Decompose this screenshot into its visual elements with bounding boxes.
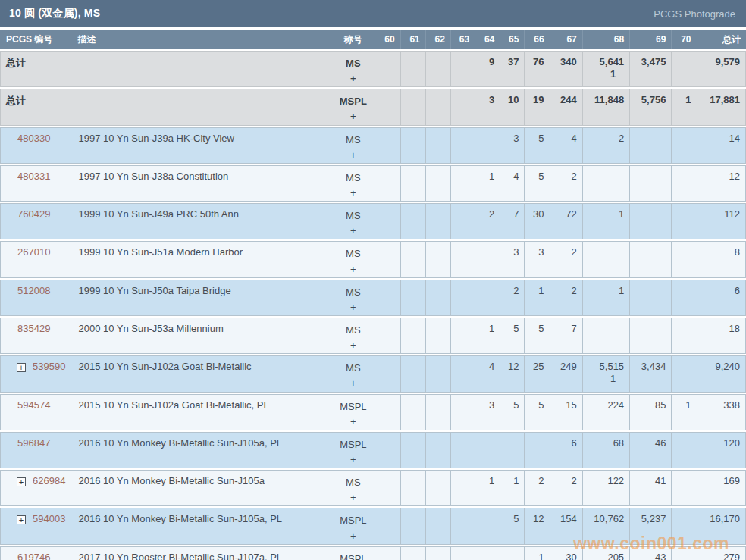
description-cell xyxy=(71,89,331,125)
pcgs-number-link[interactable]: 267010 xyxy=(17,246,50,258)
grade-66-cell: 5 xyxy=(525,127,550,164)
grade-66-cell: 25 xyxy=(525,355,550,392)
row-total-cell: 120 xyxy=(697,432,746,468)
description-cell: 2015 10 Yn Sun-J102a Goat Bi-Metallic xyxy=(71,355,331,392)
plus-grade-count: 1 xyxy=(583,67,624,82)
grade-70-cell: 1 xyxy=(672,394,697,430)
plus-grade-toggle[interactable]: + xyxy=(331,452,375,468)
header-row: PCGS 编号描述称号6061626364656667686970总计 xyxy=(0,30,746,49)
plus-grade-toggle[interactable]: + xyxy=(331,529,375,544)
pcgs-number-link[interactable]: 626984 xyxy=(33,475,65,486)
grade-68-cell xyxy=(583,318,630,354)
grade-63-cell xyxy=(451,203,475,239)
grade-69-cell: 5,237 xyxy=(630,508,672,544)
grade-62-cell xyxy=(426,355,451,392)
grade-68-cell: 5,5151 xyxy=(583,355,630,392)
grade-64-cell xyxy=(475,280,500,316)
grade-66-cell: 3 xyxy=(525,241,550,277)
grade-62-cell xyxy=(426,127,451,164)
plus-grade-toggle[interactable]: + xyxy=(331,415,375,430)
grade-66-cell xyxy=(525,432,550,468)
grade-68-cell: 11,848 xyxy=(583,89,630,125)
grade-64-cell: 1 xyxy=(475,165,500,202)
expand-icon[interactable]: + xyxy=(17,515,26,524)
pcgs-number-cell: 480331 xyxy=(0,165,71,202)
grade-67-cell: 2 xyxy=(550,165,583,202)
row-total-cell: 16,170 xyxy=(697,508,746,544)
grade-61-cell xyxy=(401,89,426,125)
grade-60-cell xyxy=(375,203,400,239)
grade-68-cell: 68 xyxy=(583,432,630,468)
grade-61-cell xyxy=(401,508,426,544)
grade-69-cell: 3,434 xyxy=(630,355,672,392)
grade-61-cell xyxy=(401,318,426,354)
col-header-grade-67: 67 xyxy=(550,30,583,49)
pcgs-number-link[interactable]: 512008 xyxy=(17,285,50,296)
plus-grade-toggle[interactable]: + xyxy=(331,300,375,315)
plus-grade-toggle[interactable]: + xyxy=(331,376,375,391)
grade-64-cell: 4 xyxy=(475,355,500,392)
grade-62-cell xyxy=(426,432,451,468)
photograde-link[interactable]: PCGS Photograde xyxy=(654,8,735,20)
description-cell: 1999 10 Yn Sun-J49a PRC 50th Ann xyxy=(71,203,331,239)
row-total-cell: 9,579 xyxy=(697,51,746,87)
pcgs-number-link[interactable]: 835429 xyxy=(17,323,50,334)
grade-60-cell xyxy=(375,394,400,430)
designation-cell: MSPL+ xyxy=(331,394,375,430)
pcgs-number-link[interactable]: 480330 xyxy=(17,133,50,144)
designation-label: MS xyxy=(331,285,375,300)
grade-68-cell xyxy=(583,241,630,277)
grade-62-cell xyxy=(426,203,451,239)
grade-63-cell xyxy=(451,432,475,468)
plus-grade-toggle[interactable]: + xyxy=(331,338,375,353)
pcgs-number-cell: 总计 xyxy=(0,51,71,87)
pcgs-number-cell: 总计 xyxy=(0,89,71,125)
grade-60-cell xyxy=(375,165,400,202)
pcgs-number-link[interactable]: 539590 xyxy=(33,361,65,372)
grade-67-cell: 4 xyxy=(550,127,583,164)
designation-label: MS xyxy=(331,361,375,376)
row-total-cell: 8 xyxy=(697,241,746,277)
row-total-cell: 17,881 xyxy=(697,89,746,125)
designation-label: MS xyxy=(331,56,375,71)
grade-70-cell xyxy=(672,355,697,392)
expand-icon[interactable]: + xyxy=(17,363,26,372)
coin-row: +5395902015 10 Yn Sun-J102a Goat Bi-Meta… xyxy=(0,355,746,392)
description-cell: 1999 10 Yn Sun-J51a Modern Harbor xyxy=(71,241,331,277)
grade-70-cell xyxy=(672,508,697,544)
pcgs-number-cell: 594574 xyxy=(0,394,71,430)
grade-67-cell: 7 xyxy=(550,318,583,354)
pcgs-number-link[interactable]: 619746 xyxy=(17,552,50,560)
designation-cell: MS+ xyxy=(331,318,375,354)
pcgs-number-cell: +594003 xyxy=(0,508,71,544)
plus-grade-toggle[interactable]: + xyxy=(331,71,375,86)
grade-62-cell xyxy=(426,394,451,430)
grade-62-cell xyxy=(426,470,451,506)
grade-64-cell: 1 xyxy=(475,318,500,354)
pcgs-number-link[interactable]: 480331 xyxy=(17,171,50,182)
plus-grade-toggle[interactable]: + xyxy=(331,490,375,505)
plus-grade-toggle[interactable]: + xyxy=(331,262,375,277)
pcgs-number-cell: 835429 xyxy=(0,318,71,354)
plus-grade-toggle[interactable]: + xyxy=(331,109,375,124)
pcgs-number-link[interactable]: 760429 xyxy=(17,208,50,220)
expand-icon[interactable]: + xyxy=(17,477,26,486)
grade-67-cell: 2 xyxy=(550,241,583,277)
pcgs-number-link[interactable]: 594574 xyxy=(17,399,50,411)
designation-label: MS xyxy=(331,246,375,261)
grade-68-cell: 205 xyxy=(583,546,630,560)
plus-grade-toggle[interactable]: + xyxy=(331,224,375,239)
plus-grade-toggle[interactable]: + xyxy=(331,148,375,163)
pcgs-number-link[interactable]: 594003 xyxy=(33,513,65,524)
coin-row: 5945742015 10 Yn Sun-J102a Goat Bi-Metal… xyxy=(0,394,746,430)
designation-cell: MS+ xyxy=(331,203,375,239)
coin-row: 8354292000 10 Yn Sun-J53a MillenniumMS+1… xyxy=(0,318,746,354)
col-header-total: 总计 xyxy=(697,30,746,49)
plus-grade-toggle[interactable]: + xyxy=(331,186,375,201)
pcgs-number-link[interactable]: 596847 xyxy=(17,437,50,449)
grade-69-cell: 85 xyxy=(630,394,672,430)
grade-68-cell: 1 xyxy=(583,203,630,239)
designation-cell: MSPL+ xyxy=(331,432,375,468)
designation-label: MSPL xyxy=(331,94,375,109)
grade-69-cell xyxy=(630,280,672,316)
